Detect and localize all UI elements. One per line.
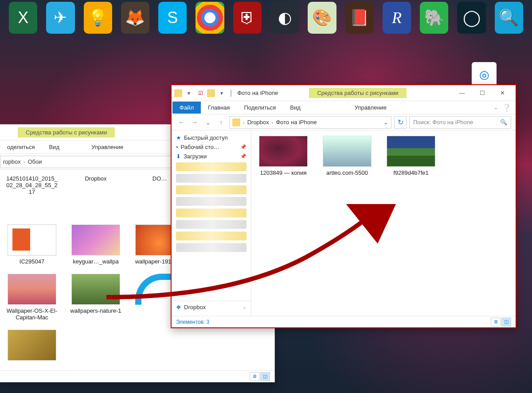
- tab-share[interactable]: Поделиться: [237, 102, 283, 114]
- tab-view[interactable]: Вид: [283, 102, 308, 114]
- nav-item-blurred[interactable]: [176, 243, 246, 252]
- file-item[interactable]: IC295047: [5, 224, 59, 265]
- nav-item-blurred[interactable]: [176, 174, 246, 183]
- nav-item-blurred[interactable]: [176, 185, 246, 194]
- address-bar[interactable]: › Dropbox › Фото на iPhone ⌄: [229, 116, 391, 129]
- taskbar-icon-steam[interactable]: ◐: [270, 2, 299, 34]
- file-item[interactable]: 1425101410_2015_02_28_04_28_55_217: [5, 175, 59, 216]
- taskbar-icon-chrome[interactable]: [196, 2, 224, 34]
- taskbar-icon-lightbulb[interactable]: 💡: [84, 2, 112, 34]
- chevron-right-icon: ›: [23, 159, 25, 165]
- ribbon-tabs: Файл Главная Поделиться Вид Управление ⌄…: [172, 101, 516, 114]
- chevron-down-icon[interactable]: ⌄: [383, 119, 388, 126]
- thumbnail: [71, 274, 120, 305]
- search-input[interactable]: Поиск: Фото на iPhone 🔍: [409, 116, 511, 129]
- thumbnail: [323, 136, 372, 167]
- taskbar-icon-delphi[interactable]: ⛨: [233, 2, 262, 34]
- star-icon: ★: [176, 134, 181, 141]
- desktop-shortcut[interactable]: ◎: [472, 62, 497, 87]
- tab-manage[interactable]: Управление: [348, 102, 394, 114]
- file-item[interactable]: f9289d4b7fe1: [384, 136, 438, 176]
- folder-icon: [232, 118, 240, 126]
- nav-history-button[interactable]: ⌄: [203, 117, 213, 128]
- file-item[interactable]: Wallpaper-OS-X-El-Capitan-Mac: [5, 274, 59, 321]
- nav-desktop[interactable]: ▪Рабочий сто…📌: [172, 142, 251, 152]
- desktop-icon: ▪: [176, 144, 178, 150]
- taskbar-icon-r[interactable]: R: [383, 2, 411, 34]
- file-item[interactable]: [5, 330, 59, 361]
- view-thumbnails-button[interactable]: ◫: [260, 372, 270, 381]
- breadcrumb-seg[interactable]: Обои: [27, 158, 42, 165]
- file-item[interactable]: wallpapers-nature-1: [69, 274, 122, 321]
- contextual-tab-label: Средства работы с рисунками: [18, 127, 115, 138]
- breadcrumb-seg[interactable]: Фото на iPhone: [276, 119, 317, 126]
- nav-item-blurred[interactable]: [176, 232, 246, 240]
- taskbar-icon-search[interactable]: 🔍: [495, 2, 523, 34]
- contextual-tab-label: Средства работы с рисунками: [309, 88, 406, 98]
- taskbar-icon-paint[interactable]: 🎨: [308, 2, 336, 34]
- ribbon-collapse-icon[interactable]: ⌄: [494, 105, 498, 110]
- nav-item-blurred[interactable]: [176, 197, 246, 206]
- taskbar-icon-excel[interactable]: X: [9, 2, 37, 34]
- taskbar-icon-skype[interactable]: S: [158, 2, 187, 34]
- file-item[interactable]: 1203849 — копия: [257, 136, 310, 176]
- qat-checkbox[interactable]: ☑: [196, 88, 205, 98]
- chevron-right-icon: ›: [272, 120, 274, 125]
- separator: |: [228, 89, 234, 97]
- file-grid[interactable]: 1203849 — копия artleo.com-5500 f9289d4b…: [251, 130, 516, 316]
- nav-item-blurred[interactable]: [176, 162, 246, 171]
- thumbnail: [387, 136, 435, 167]
- pin-icon: 📌: [240, 144, 246, 150]
- tab-file[interactable]: Файл: [172, 102, 201, 114]
- explorer-window-iphone-photos[interactable]: ▾ ☑ ▾ | Фото на iPhone Средства работы с…: [171, 84, 516, 328]
- nav-item-blurred[interactable]: [176, 208, 246, 217]
- nav-up-button[interactable]: ↑: [216, 117, 227, 128]
- thumbnail: [8, 224, 56, 255]
- view-details-button[interactable]: ≣: [250, 372, 259, 381]
- file-item[interactable]: artleo.com-5500: [321, 136, 374, 176]
- folder-icon: [174, 89, 182, 97]
- qat-dropdown[interactable]: ▾: [217, 88, 227, 98]
- file-item[interactable]: Dropbox: [69, 175, 122, 216]
- taskbar-icon-book[interactable]: 📕: [345, 2, 374, 34]
- taskbar: X ✈ 💡 🦊 S ⛨ ◐ 🎨 📕 R 🐘 ◯ 🔍: [0, 0, 532, 40]
- chevron-right-icon: ›: [243, 120, 245, 125]
- breadcrumb-seg[interactable]: Dropbox: [247, 119, 269, 126]
- close-button[interactable]: ✕: [493, 86, 513, 100]
- nav-quick-access[interactable]: ★Быстрый доступ: [172, 133, 251, 142]
- tab-home[interactable]: Главная: [201, 102, 237, 114]
- tab-view[interactable]: Вид: [42, 141, 66, 153]
- nav-downloads[interactable]: ⬇Загрузки📌: [172, 152, 251, 161]
- taskbar-icon-gimp[interactable]: 🦊: [121, 2, 149, 34]
- maximize-button[interactable]: ☐: [472, 86, 493, 100]
- nav-forward-button[interactable]: →: [189, 117, 200, 128]
- taskbar-icon-app1[interactable]: ◯: [457, 2, 485, 34]
- search-placeholder: Поиск: Фото на iPhone: [413, 119, 473, 126]
- breadcrumb-seg[interactable]: ropbox: [3, 158, 21, 165]
- thumbnail: [71, 224, 120, 255]
- status-bar: ≣ ◫: [0, 370, 274, 382]
- view-details-button[interactable]: ≣: [491, 318, 501, 326]
- chevron-down-icon[interactable]: ⌄: [243, 304, 246, 310]
- nav-item-blurred[interactable]: [176, 220, 246, 229]
- thumbnail: [8, 274, 56, 305]
- nav-back-button[interactable]: ←: [176, 117, 187, 128]
- status-item-count: Элементов: 3: [176, 319, 209, 325]
- nav-dropbox[interactable]: ❖Dropbox⌄: [172, 301, 251, 313]
- qat-dropdown[interactable]: ▾: [184, 88, 194, 98]
- status-bar: Элементов: 3 ≣ ◫: [172, 316, 516, 327]
- navigation-pane[interactable]: ★Быстрый доступ ▪Рабочий сто…📌 ⬇Загрузки…: [172, 130, 251, 316]
- dropbox-icon: ❖: [176, 304, 181, 310]
- folder-icon: [207, 89, 215, 97]
- view-thumbnails-button[interactable]: ◫: [501, 318, 511, 326]
- tab-share[interactable]: оделиться: [0, 141, 42, 153]
- refresh-button[interactable]: ↻: [394, 116, 407, 129]
- minimize-button[interactable]: —: [452, 86, 472, 100]
- file-item[interactable]: keyguar…_wallpa: [69, 224, 122, 265]
- help-icon[interactable]: ❔: [502, 103, 511, 112]
- taskbar-icon-telegram[interactable]: ✈: [46, 2, 74, 34]
- taskbar-icon-evernote[interactable]: 🐘: [420, 2, 448, 34]
- thumbnail: [8, 330, 56, 361]
- thumbnail: [259, 136, 308, 167]
- tab-manage[interactable]: Управление: [84, 141, 130, 153]
